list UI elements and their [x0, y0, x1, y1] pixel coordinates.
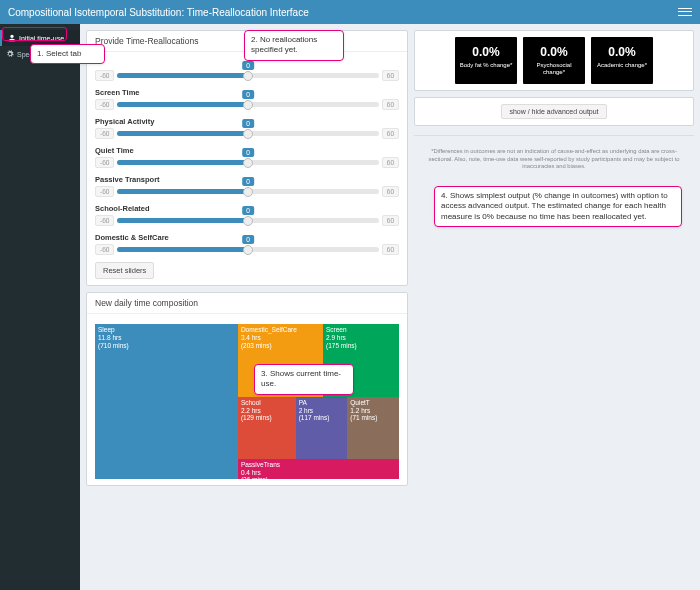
slider-value: 0	[242, 206, 254, 215]
sidebar: Initial time-use Specify	[0, 24, 80, 590]
slider-min: -60	[95, 215, 114, 226]
slider-value: 0	[242, 90, 254, 99]
app-title: Compositional Isotemporal Substitution: …	[8, 7, 309, 18]
outcome-value: 0.0%	[459, 45, 513, 59]
composition-panel: New daily time composition Sleep11.8 hrs…	[86, 292, 408, 486]
footnote-text: *Differences in outcomes are not an indi…	[414, 145, 694, 174]
treemap-cell-sleep: Sleep11.8 hrs(710 mins)	[95, 324, 238, 479]
slider-track[interactable]: 0	[117, 131, 378, 136]
outcome-box: 0.0%Body fat % change*	[455, 37, 517, 84]
reset-sliders-button[interactable]: Reset sliders	[95, 262, 154, 279]
hamburger-menu-icon[interactable]	[678, 5, 692, 19]
slider-passive-transport: Passive Transport-60060	[95, 175, 399, 197]
slider-school-related: School-Related-60060	[95, 204, 399, 226]
outcome-box: 0.0%Academic change*	[591, 37, 653, 84]
outcome-value: 0.0%	[527, 45, 581, 59]
treemap-chart: Sleep11.8 hrs(710 mins)Domestic_SelfCare…	[95, 324, 399, 479]
slider-min: -60	[95, 157, 114, 168]
user-icon	[8, 34, 16, 42]
slider-track[interactable]: 0	[117, 247, 378, 252]
slider-max: 60	[382, 244, 399, 255]
slider-thumb[interactable]	[243, 71, 253, 81]
app-header: Compositional Isotemporal Substitution: …	[0, 0, 700, 24]
slider-domestic-selfcare: Domestic & SelfCare-60060	[95, 233, 399, 255]
slider-physical-activity: Physical Activity-60060	[95, 117, 399, 139]
treemap-cell-passivetrans: PassiveTrans0.4 hrs(26 mins)	[238, 459, 399, 479]
slider-track[interactable]: 0	[117, 218, 378, 223]
slider-min: -60	[95, 244, 114, 255]
annotation-callout-1: 1. Select tab	[30, 44, 105, 64]
slider-thumb[interactable]	[243, 129, 253, 139]
outcome-box: 0.0%Psychosocial change*	[523, 37, 585, 84]
treemap-cell-pa: PA2 hrs(117 mins)	[296, 397, 348, 459]
slider-min: -60	[95, 128, 114, 139]
annotation-callout-3: 3. Shows current time-use.	[254, 364, 354, 395]
slider-track[interactable]: 0	[117, 160, 378, 165]
slider-value: 0	[242, 61, 254, 70]
divider	[414, 135, 694, 136]
outcomes-panel: 0.0%Body fat % change*0.0%Psychosocial c…	[414, 30, 694, 91]
slider-value: 0	[242, 148, 254, 157]
slider-thumb[interactable]	[243, 100, 253, 110]
outcome-label: Academic change*	[595, 62, 649, 69]
outcome-label: Body fat % change*	[459, 62, 513, 69]
slider-min: -60	[95, 99, 114, 110]
panel-title: New daily time composition	[87, 293, 407, 314]
toggle-advanced-button[interactable]: show / hide advanced output	[501, 104, 606, 119]
slider-thumb[interactable]	[243, 158, 253, 168]
slider-thumb[interactable]	[243, 245, 253, 255]
slider-max: 60	[382, 70, 399, 81]
slider-sleep: -60060	[95, 70, 399, 81]
sidebar-item-label: Initial time-use	[19, 35, 64, 42]
treemap-cell-school: School2.2 hrs(129 mins)	[238, 397, 296, 459]
slider-quiet-time: Quiet Time-60060	[95, 146, 399, 168]
slider-value: 0	[242, 177, 254, 186]
slider-max: 60	[382, 186, 399, 197]
slider-value: 0	[242, 119, 254, 128]
slider-screen-time: Screen Time-60060	[95, 88, 399, 110]
outcome-value: 0.0%	[595, 45, 649, 59]
slider-track[interactable]: 0	[117, 189, 378, 194]
slider-thumb[interactable]	[243, 216, 253, 226]
slider-min: -60	[95, 70, 114, 81]
slider-max: 60	[382, 128, 399, 139]
slider-max: 60	[382, 215, 399, 226]
annotation-callout-2: 2. No reallocations specified yet.	[244, 30, 344, 61]
slider-track[interactable]: 0	[117, 73, 378, 78]
slider-max: 60	[382, 157, 399, 168]
reallocation-panel: Provide Time-Reallocations -60060Screen …	[86, 30, 408, 286]
treemap-cell-quiett: QuietT1.2 hrs(71 mins)	[347, 397, 399, 459]
slider-track[interactable]: 0	[117, 102, 378, 107]
slider-max: 60	[382, 99, 399, 110]
outcome-label: Psychosocial change*	[527, 62, 581, 76]
slider-min: -60	[95, 186, 114, 197]
advanced-output-panel: show / hide advanced output	[414, 97, 694, 126]
gear-icon	[6, 50, 14, 58]
annotation-callout-4: 4. Shows simplest output (% change in ou…	[434, 186, 682, 227]
slider-value: 0	[242, 235, 254, 244]
slider-thumb[interactable]	[243, 187, 253, 197]
